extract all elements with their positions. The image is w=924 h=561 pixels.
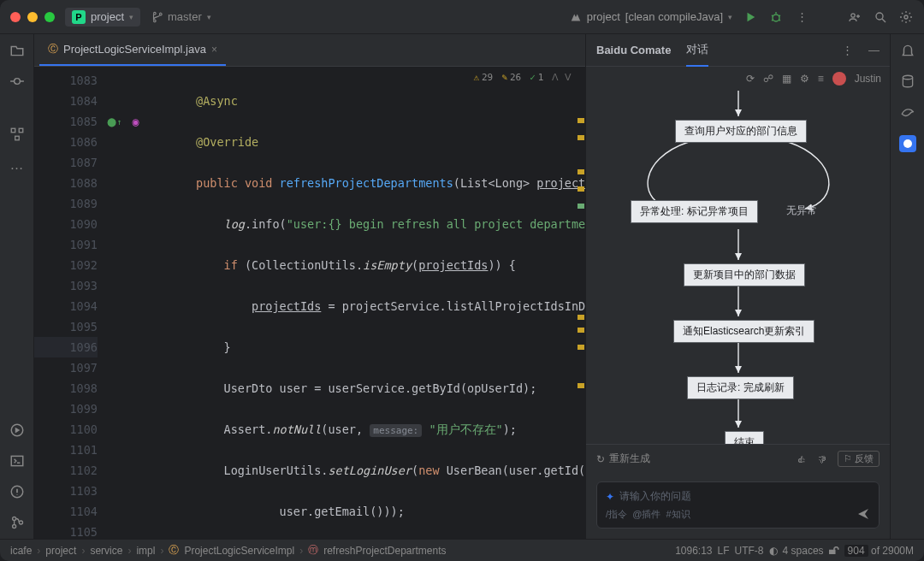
memory-indicator[interactable]: 904 of 2900M	[844, 545, 914, 557]
project-tool-button[interactable]	[9, 43, 25, 58]
tab-filename: ProjectLogicServiceImpl.java	[63, 43, 206, 56]
more-tools-button[interactable]: …	[10, 157, 24, 173]
assistant-tab-chat[interactable]: 对话	[686, 42, 708, 67]
gutter-icons: ⬤↑ ◉	[106, 67, 140, 539]
feedback-button[interactable]: ⚐ 反馈	[838, 451, 880, 467]
window-controls	[10, 12, 55, 22]
svg-point-12	[12, 524, 15, 528]
ide-settings-button[interactable]	[898, 9, 914, 25]
chevron-down-icon: ▾	[207, 13, 211, 21]
debug-button[interactable]	[768, 9, 784, 25]
close-window-button[interactable]	[10, 12, 21, 22]
svg-point-0	[773, 15, 779, 21]
java-class-icon: Ⓒ	[48, 42, 58, 56]
svg-point-11	[12, 517, 15, 520]
search-everywhere-button[interactable]	[873, 9, 888, 25]
run-configuration-selector[interactable]: project [clean compileJava] ▾	[570, 10, 732, 23]
inspections-widget[interactable]: ⚠29 ✎26 ✓1 ᐱ ᐯ	[473, 72, 572, 83]
branch-name: master	[168, 10, 202, 23]
editor-area: Ⓒ ProjectLogicServiceImpl.java × ⚠29 ✎26…	[34, 34, 585, 539]
error-stripe[interactable]	[577, 92, 585, 539]
breadcrumb[interactable]: icafe› project› service› impl› Ⓒ Project…	[10, 543, 447, 558]
notifications-button[interactable]	[900, 43, 915, 58]
editor-tab[interactable]: Ⓒ ProjectLogicServiceImpl.java ×	[39, 34, 226, 66]
svg-point-3	[904, 15, 908, 19]
ai-assistant-tool-button[interactable]	[899, 135, 916, 152]
svg-rect-9	[11, 456, 23, 465]
flow-edge-label: 无异常	[786, 204, 817, 218]
titlebar: P project ▾ master ▾ project [clean comp…	[0, 0, 924, 34]
more-actions-button[interactable]: ⋮	[794, 9, 809, 25]
version-control-tool-button[interactable]	[9, 515, 25, 530]
menu-icon[interactable]: ≡	[818, 73, 824, 85]
gradle-icon	[570, 11, 582, 23]
line-number-gutter[interactable]: 1083108410851086108710881089109010911092…	[34, 67, 106, 539]
svg-rect-6	[19, 128, 23, 133]
status-spinner-icon: ◐	[769, 545, 778, 557]
terminal-tool-button[interactable]	[9, 453, 25, 469]
flow-node: 日志记录: 完成刷新	[687, 376, 794, 399]
svg-point-19	[903, 75, 912, 80]
branch-icon	[151, 11, 163, 23]
code-editor[interactable]: ⚠29 ✎26 ✓1 ᐱ ᐯ 1083108410851086108710881…	[34, 67, 585, 539]
svg-rect-5	[11, 128, 15, 133]
thumbs-up-button[interactable]: 👍︎	[797, 453, 807, 465]
svg-point-13	[19, 521, 22, 524]
svg-rect-7	[15, 136, 19, 140]
indent-info[interactable]: 4 spaces	[783, 545, 824, 557]
run-config-tasks: [clean compileJava]	[625, 10, 723, 23]
project-selector[interactable]: P project ▾	[65, 8, 140, 27]
run-button[interactable]	[743, 9, 758, 25]
chevron-down-icon: ▾	[728, 13, 732, 21]
flow-node-end: 结束	[725, 431, 764, 444]
send-button[interactable]	[856, 507, 870, 521]
assistant-toolbar: ⟳ ☍ ▦ ⚙ ≡ Justin	[586, 67, 890, 91]
right-tool-strip	[890, 34, 924, 539]
flowchart-canvas[interactable]: 查询用户对应的部门信息 异常处理: 标记异常项目 无异常 更新项目中的部门数据 …	[586, 91, 890, 444]
chat-input[interactable]: ✦请输入你的问题 /指令 @插件 #知识	[596, 481, 880, 529]
line-separator[interactable]: LF	[718, 545, 730, 557]
file-encoding[interactable]: UTF-8	[735, 545, 764, 557]
zoom-window-button[interactable]	[44, 12, 55, 22]
method-icon: ⓜ	[308, 543, 318, 558]
thumbs-down-button[interactable]: 👎︎	[817, 453, 827, 465]
clock-icon[interactable]: ⟳	[746, 73, 755, 85]
git-branch-selector[interactable]: master ▾	[151, 10, 211, 23]
ai-assistant-panel: Baidu Comate 对话 ⋮ — ⟳ ☍ ▦ ⚙ ≡ Justin	[585, 34, 890, 539]
user-avatar[interactable]	[832, 72, 846, 86]
close-tab-button[interactable]: ×	[211, 44, 217, 56]
flow-node: 异常处理: 标记异常项目	[631, 200, 758, 223]
editor-tabs: Ⓒ ProjectLogicServiceImpl.java ×	[34, 34, 585, 67]
gear-icon[interactable]: ⚙	[800, 73, 809, 85]
cursor-position[interactable]: 1096:13	[675, 545, 712, 557]
left-tool-strip: …	[0, 34, 34, 539]
database-tool-button[interactable]	[900, 74, 915, 89]
flow-node: 查询用户对应的部门信息	[675, 120, 807, 143]
regenerate-button[interactable]: ↻重新生成	[596, 452, 650, 466]
panel-hide-button[interactable]: —	[868, 44, 880, 56]
readonly-icon[interactable]: 🔓︎	[829, 545, 839, 557]
minimize-window-button[interactable]	[27, 12, 38, 22]
chat-input-placeholder: 请输入你的问题	[619, 489, 691, 504]
link-icon[interactable]: ☍	[763, 73, 773, 85]
class-icon: Ⓒ	[169, 543, 179, 558]
svg-point-1	[851, 13, 855, 16]
response-actions: ↻重新生成 👍︎ 👎︎ ⚐ 反馈	[586, 444, 890, 473]
flow-node: 更新项目中的部门数据	[684, 263, 805, 286]
structure-tool-button[interactable]	[9, 127, 25, 142]
project-name: project	[91, 10, 124, 23]
panel-options-button[interactable]: ⋮	[842, 44, 853, 56]
problems-tool-button[interactable]	[9, 484, 25, 499]
layout-icon[interactable]: ▦	[782, 73, 791, 85]
svg-point-4	[14, 79, 20, 85]
commit-tool-button[interactable]	[9, 74, 25, 89]
status-bar: icafe› project› service› impl› Ⓒ Project…	[0, 539, 924, 561]
assistant-tab-comate[interactable]: Baidu Comate	[596, 44, 671, 56]
gradle-tool-button[interactable]	[900, 104, 915, 120]
code-content[interactable]: @Async @Override public void refreshProj…	[140, 67, 585, 539]
run-tool-button[interactable]	[9, 422, 25, 438]
svg-point-2	[876, 13, 883, 20]
chevron-down-icon: ▾	[129, 13, 133, 21]
code-with-me-button[interactable]	[847, 9, 862, 25]
run-config-project: project	[587, 10, 620, 23]
